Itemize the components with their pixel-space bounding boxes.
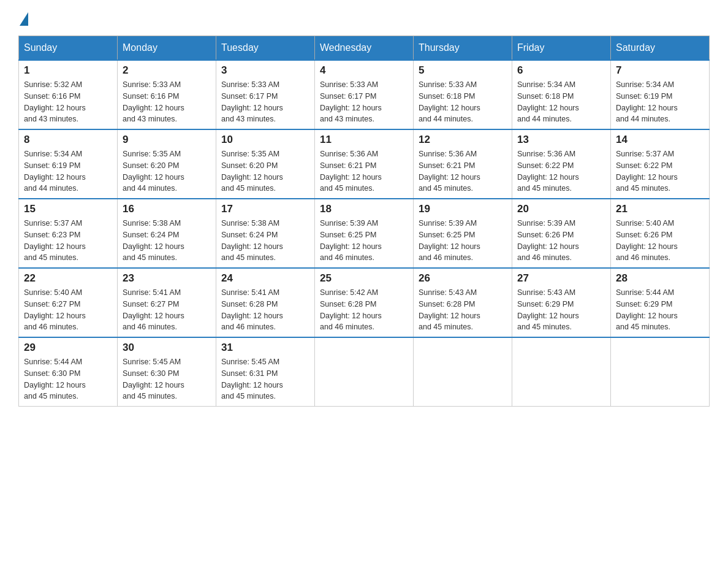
day-info: Sunrise: 5:34 AM Sunset: 6:18 PM Dayligh… <box>517 79 605 125</box>
calendar-day-cell: 17 Sunrise: 5:38 AM Sunset: 6:24 PM Dayl… <box>216 199 315 268</box>
day-number: 1 <box>24 64 112 77</box>
day-number: 16 <box>123 203 211 215</box>
day-number: 30 <box>123 342 211 354</box>
day-info: Sunrise: 5:45 AM Sunset: 6:31 PM Dayligh… <box>221 356 309 402</box>
day-info: Sunrise: 5:36 AM Sunset: 6:21 PM Dayligh… <box>320 148 408 194</box>
day-info: Sunrise: 5:45 AM Sunset: 6:30 PM Dayligh… <box>123 356 211 402</box>
day-number: 6 <box>517 64 605 77</box>
calendar-day-cell: 1 Sunrise: 5:32 AM Sunset: 6:16 PM Dayli… <box>19 60 118 129</box>
day-info: Sunrise: 5:38 AM Sunset: 6:24 PM Dayligh… <box>123 218 211 264</box>
calendar-day-cell: 25 Sunrise: 5:42 AM Sunset: 6:28 PM Dayl… <box>315 268 414 337</box>
calendar-day-cell: 16 Sunrise: 5:38 AM Sunset: 6:24 PM Dayl… <box>118 199 216 268</box>
calendar-day-header: Saturday <box>611 36 710 61</box>
calendar-day-cell: 9 Sunrise: 5:35 AM Sunset: 6:20 PM Dayli… <box>118 129 216 199</box>
day-info: Sunrise: 5:35 AM Sunset: 6:20 PM Dayligh… <box>123 148 211 194</box>
calendar-day-cell: 24 Sunrise: 5:41 AM Sunset: 6:28 PM Dayl… <box>216 268 315 337</box>
day-number: 13 <box>517 134 605 146</box>
calendar-day-cell: 3 Sunrise: 5:33 AM Sunset: 6:17 PM Dayli… <box>216 60 315 129</box>
calendar-day-cell: 8 Sunrise: 5:34 AM Sunset: 6:19 PM Dayli… <box>19 129 118 199</box>
day-info: Sunrise: 5:44 AM Sunset: 6:29 PM Dayligh… <box>616 287 704 333</box>
day-info: Sunrise: 5:36 AM Sunset: 6:21 PM Dayligh… <box>419 148 507 194</box>
day-number: 21 <box>616 203 704 215</box>
day-number: 15 <box>24 203 112 215</box>
calendar-week-row: 8 Sunrise: 5:34 AM Sunset: 6:19 PM Dayli… <box>19 129 710 199</box>
calendar-day-cell: 18 Sunrise: 5:39 AM Sunset: 6:25 PM Dayl… <box>315 199 414 268</box>
calendar-day-cell: 12 Sunrise: 5:36 AM Sunset: 6:21 PM Dayl… <box>414 129 512 199</box>
calendar-day-cell: 6 Sunrise: 5:34 AM Sunset: 6:18 PM Dayli… <box>512 60 611 129</box>
calendar-day-header: Thursday <box>414 36 512 61</box>
calendar-day-cell: 11 Sunrise: 5:36 AM Sunset: 6:21 PM Dayl… <box>315 129 414 199</box>
day-info: Sunrise: 5:34 AM Sunset: 6:19 PM Dayligh… <box>616 79 704 125</box>
day-info: Sunrise: 5:42 AM Sunset: 6:28 PM Dayligh… <box>320 287 408 333</box>
calendar-day-cell: 2 Sunrise: 5:33 AM Sunset: 6:16 PM Dayli… <box>118 60 216 129</box>
calendar-day-cell <box>414 337 512 407</box>
calendar-day-cell: 26 Sunrise: 5:43 AM Sunset: 6:28 PM Dayl… <box>414 268 512 337</box>
day-number: 4 <box>320 64 408 77</box>
day-number: 10 <box>221 134 309 146</box>
logo <box>18 12 31 23</box>
day-info: Sunrise: 5:36 AM Sunset: 6:22 PM Dayligh… <box>517 148 605 194</box>
day-info: Sunrise: 5:43 AM Sunset: 6:28 PM Dayligh… <box>419 287 507 333</box>
day-info: Sunrise: 5:35 AM Sunset: 6:20 PM Dayligh… <box>221 148 309 194</box>
day-info: Sunrise: 5:33 AM Sunset: 6:17 PM Dayligh… <box>221 79 309 125</box>
day-info: Sunrise: 5:39 AM Sunset: 6:26 PM Dayligh… <box>517 218 605 264</box>
day-number: 23 <box>123 272 211 285</box>
calendar-day-header: Tuesday <box>216 36 315 61</box>
day-number: 20 <box>517 203 605 215</box>
calendar-day-cell: 15 Sunrise: 5:37 AM Sunset: 6:23 PM Dayl… <box>19 199 118 268</box>
day-info: Sunrise: 5:38 AM Sunset: 6:24 PM Dayligh… <box>221 218 309 264</box>
calendar-header-row: SundayMondayTuesdayWednesdayThursdayFrid… <box>19 36 710 61</box>
day-number: 8 <box>24 134 112 146</box>
day-number: 27 <box>517 272 605 285</box>
calendar-day-cell <box>611 337 710 407</box>
day-info: Sunrise: 5:40 AM Sunset: 6:26 PM Dayligh… <box>616 218 704 264</box>
day-number: 5 <box>419 64 507 77</box>
calendar-day-cell: 14 Sunrise: 5:37 AM Sunset: 6:22 PM Dayl… <box>611 129 710 199</box>
day-info: Sunrise: 5:40 AM Sunset: 6:27 PM Dayligh… <box>24 287 112 333</box>
day-info: Sunrise: 5:33 AM Sunset: 6:18 PM Dayligh… <box>419 79 507 125</box>
calendar-day-cell: 20 Sunrise: 5:39 AM Sunset: 6:26 PM Dayl… <box>512 199 611 268</box>
day-info: Sunrise: 5:33 AM Sunset: 6:16 PM Dayligh… <box>123 79 211 125</box>
calendar-day-header: Monday <box>118 36 216 61</box>
calendar-day-header: Sunday <box>19 36 118 61</box>
day-number: 26 <box>419 272 507 285</box>
day-number: 14 <box>616 134 704 146</box>
calendar-day-cell: 7 Sunrise: 5:34 AM Sunset: 6:19 PM Dayli… <box>611 60 710 129</box>
day-info: Sunrise: 5:39 AM Sunset: 6:25 PM Dayligh… <box>419 218 507 264</box>
day-info: Sunrise: 5:39 AM Sunset: 6:25 PM Dayligh… <box>320 218 408 264</box>
day-info: Sunrise: 5:41 AM Sunset: 6:27 PM Dayligh… <box>123 287 211 333</box>
day-info: Sunrise: 5:34 AM Sunset: 6:19 PM Dayligh… <box>24 148 112 194</box>
calendar-day-cell: 27 Sunrise: 5:43 AM Sunset: 6:29 PM Dayl… <box>512 268 611 337</box>
day-info: Sunrise: 5:44 AM Sunset: 6:30 PM Dayligh… <box>24 356 112 402</box>
day-number: 19 <box>419 203 507 215</box>
calendar-day-cell: 5 Sunrise: 5:33 AM Sunset: 6:18 PM Dayli… <box>414 60 512 129</box>
day-number: 2 <box>123 64 211 77</box>
day-number: 28 <box>616 272 704 285</box>
calendar-day-cell: 28 Sunrise: 5:44 AM Sunset: 6:29 PM Dayl… <box>611 268 710 337</box>
day-number: 12 <box>419 134 507 146</box>
day-number: 29 <box>24 342 112 354</box>
calendar-day-cell: 21 Sunrise: 5:40 AM Sunset: 6:26 PM Dayl… <box>611 199 710 268</box>
calendar-day-cell: 4 Sunrise: 5:33 AM Sunset: 6:17 PM Dayli… <box>315 60 414 129</box>
day-number: 11 <box>320 134 408 146</box>
calendar-day-cell: 31 Sunrise: 5:45 AM Sunset: 6:31 PM Dayl… <box>216 337 315 407</box>
calendar-day-cell: 23 Sunrise: 5:41 AM Sunset: 6:27 PM Dayl… <box>118 268 216 337</box>
calendar-day-header: Friday <box>512 36 611 61</box>
calendar-day-cell: 29 Sunrise: 5:44 AM Sunset: 6:30 PM Dayl… <box>19 337 118 407</box>
day-info: Sunrise: 5:43 AM Sunset: 6:29 PM Dayligh… <box>517 287 605 333</box>
calendar-day-cell <box>315 337 414 407</box>
day-number: 17 <box>221 203 309 215</box>
calendar-day-cell: 13 Sunrise: 5:36 AM Sunset: 6:22 PM Dayl… <box>512 129 611 199</box>
calendar-day-cell <box>512 337 611 407</box>
day-number: 24 <box>221 272 309 285</box>
calendar-day-cell: 30 Sunrise: 5:45 AM Sunset: 6:30 PM Dayl… <box>118 337 216 407</box>
day-number: 25 <box>320 272 408 285</box>
day-number: 7 <box>616 64 704 77</box>
day-info: Sunrise: 5:41 AM Sunset: 6:28 PM Dayligh… <box>221 287 309 333</box>
page-header <box>18 12 710 23</box>
day-info: Sunrise: 5:32 AM Sunset: 6:16 PM Dayligh… <box>24 79 112 125</box>
logo-triangle-icon <box>20 12 28 26</box>
day-info: Sunrise: 5:33 AM Sunset: 6:17 PM Dayligh… <box>320 79 408 125</box>
calendar-week-row: 22 Sunrise: 5:40 AM Sunset: 6:27 PM Dayl… <box>19 268 710 337</box>
day-number: 22 <box>24 272 112 285</box>
